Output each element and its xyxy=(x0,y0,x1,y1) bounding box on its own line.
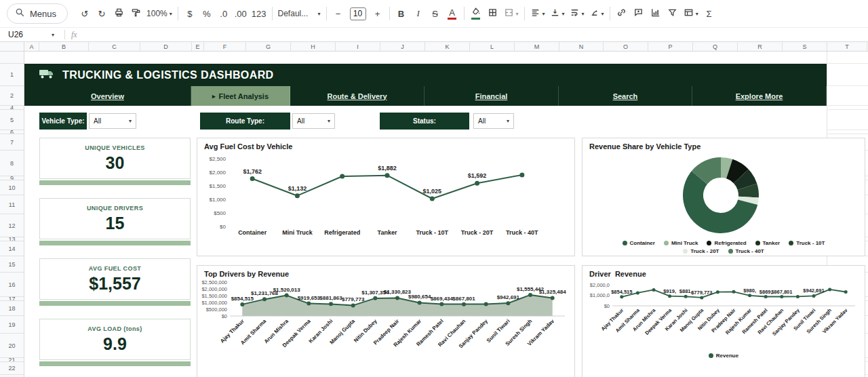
row-header-15[interactable]: 15 xyxy=(0,256,24,273)
svg-text:$980,654: $980,654 xyxy=(408,294,431,300)
insert-link-button[interactable] xyxy=(614,5,630,22)
row-header-22[interactable]: 22 xyxy=(0,362,24,375)
text-rotation-button[interactable]: ▾ xyxy=(587,5,606,22)
row-header-18[interactable]: 18 xyxy=(0,301,24,316)
row-header-1[interactable]: 1 xyxy=(0,64,24,86)
kpi-avg-fuel-cost: AVG FUEL COST$1,557 xyxy=(39,258,191,306)
row-header-14[interactable]: 14 xyxy=(0,241,24,256)
create-filter-button[interactable] xyxy=(665,5,681,22)
zoom-select[interactable]: 100%▾ xyxy=(144,5,174,22)
insert-comment-button[interactable] xyxy=(631,5,647,22)
print-button[interactable] xyxy=(111,5,127,22)
column-header-E[interactable]: E xyxy=(192,42,204,51)
cell-reference: U26 xyxy=(8,30,23,39)
legend-item: Truck - 20T xyxy=(683,248,719,254)
insert-chart-button[interactable] xyxy=(648,5,664,22)
route-type-dropdown[interactable]: All▾ xyxy=(292,113,335,129)
column-header-G[interactable]: G xyxy=(246,42,291,51)
svg-text:$881,863: $881,863 xyxy=(319,295,342,301)
menus-button[interactable]: Menus xyxy=(7,3,68,24)
bold-button[interactable]: B xyxy=(393,5,410,22)
column-header-O[interactable]: O xyxy=(604,42,648,51)
tab-fleet-analysis[interactable]: ▸Fleet Analysis xyxy=(191,86,290,106)
column-header-L[interactable]: L xyxy=(470,42,515,51)
tab-explore-more[interactable]: Explore More xyxy=(692,86,827,106)
svg-text:$1,882: $1,882 xyxy=(378,165,397,172)
column-header-N[interactable]: N xyxy=(559,42,604,51)
decrease-decimals-button[interactable]: .0 xyxy=(216,5,232,22)
legend-item: Revenue xyxy=(709,353,738,359)
svg-text:$0: $0 xyxy=(604,303,610,309)
vehicle-type-dropdown[interactable]: All▾ xyxy=(89,113,136,129)
column-header-I[interactable]: I xyxy=(336,42,380,51)
row-header-16[interactable]: 16 xyxy=(0,273,24,297)
row-header-5[interactable]: 5 xyxy=(0,110,24,130)
strikethrough-button[interactable]: S xyxy=(427,5,443,22)
row-header-19[interactable]: 19 xyxy=(0,316,24,334)
redo-button[interactable]: ↻ xyxy=(94,5,110,22)
column-header-D[interactable]: D xyxy=(140,42,192,51)
column-header-C[interactable]: C xyxy=(89,42,140,51)
column-header-Q[interactable]: Q xyxy=(693,42,738,51)
column-header-B[interactable]: B xyxy=(39,42,89,51)
chart-canvas xyxy=(583,151,865,241)
vertical-align-button[interactable]: ▾ xyxy=(548,5,567,22)
row-header-12[interactable]: 12 xyxy=(0,214,24,237)
merge-cells-button[interactable]: ▾ xyxy=(502,5,521,22)
borders-button[interactable] xyxy=(485,5,501,22)
text-wrap-button[interactable]: ▾ xyxy=(568,5,587,22)
status-dropdown[interactable]: All▾ xyxy=(473,113,514,129)
tab-search[interactable]: Search xyxy=(559,86,692,106)
gridline xyxy=(827,130,868,130)
column-header-F[interactable]: F xyxy=(204,42,246,51)
paint-format-button[interactable] xyxy=(127,5,144,22)
tab-overview[interactable]: Overview xyxy=(24,86,191,106)
chart-avg-fuel-cost-by-vehicle[interactable]: Avg Fuel Cost by Vehicle $2,500$2,000$1,… xyxy=(197,138,575,256)
chart-revenue-share-by-vehicle-type[interactable]: Revenue Share by Vehicle Type ContainerM… xyxy=(582,138,865,256)
row-header-8[interactable]: 8 xyxy=(0,151,24,176)
svg-text:$2,000: $2,000 xyxy=(210,170,226,176)
font-size-input[interactable]: 10 xyxy=(350,7,366,20)
legend-label: Revenue xyxy=(716,353,738,359)
tab-financial[interactable]: Financial xyxy=(425,86,559,106)
functions-button[interactable]: Σ xyxy=(701,5,717,22)
column-header-T[interactable]: T xyxy=(827,42,867,51)
column-header-J[interactable]: J xyxy=(380,42,425,51)
column-header-M[interactable]: M xyxy=(515,42,559,51)
text-color-button[interactable]: A xyxy=(444,5,460,22)
column-header-P[interactable]: P xyxy=(648,42,693,51)
select-all-corner[interactable] xyxy=(0,42,24,51)
column-header-A[interactable]: A xyxy=(24,42,39,51)
column-header-K[interactable]: K xyxy=(425,42,470,51)
tab-route-delivery[interactable]: Route & Delivery xyxy=(290,86,425,106)
row-header-20[interactable]: 20 xyxy=(0,334,24,358)
font-select[interactable]: Defaul...▾ xyxy=(276,5,323,22)
column-header-R[interactable]: R xyxy=(738,42,783,51)
italic-button[interactable]: I xyxy=(410,5,427,22)
column-header-H[interactable]: H xyxy=(291,42,336,51)
chart-driver-revenue[interactable]: Driver Revenue $2,000,0$1,000,0$0$854,51… xyxy=(582,265,865,377)
increase-decimals-button[interactable]: .00 xyxy=(233,5,249,22)
row-header-10[interactable]: 10 xyxy=(0,180,24,195)
legend-dot-icon xyxy=(728,249,733,254)
column-header-S[interactable]: S xyxy=(783,42,827,51)
horizontal-align-button[interactable]: ▾ xyxy=(528,5,547,22)
fill-color-button[interactable] xyxy=(468,5,484,22)
increase-font-size-button[interactable]: + xyxy=(370,5,386,22)
name-box[interactable]: U26 ▾ xyxy=(4,30,58,39)
table-views-button[interactable]: ▾ xyxy=(682,5,701,22)
row-header-hidden[interactable] xyxy=(0,52,24,64)
decrease-font-size-button[interactable]: − xyxy=(330,5,347,22)
undo-button[interactable]: ↺ xyxy=(77,5,93,22)
svg-text:Truck - 10T: Truck - 10T xyxy=(416,229,449,236)
comment-icon xyxy=(633,7,644,20)
number-format-button[interactable]: 123 xyxy=(250,5,269,22)
legend-item: Container xyxy=(623,240,655,246)
row-header-11[interactable]: 11 xyxy=(0,195,24,214)
row-header-2[interactable]: 2 xyxy=(0,86,24,106)
currency-format-button[interactable]: $ xyxy=(182,5,198,22)
chart-top-drivers-by-revenue[interactable]: Top Drivers by Revenue $2,500,000$2,000,… xyxy=(197,265,575,377)
percent-format-button[interactable]: % xyxy=(199,5,215,22)
dropdown-arrow-icon: ▾ xyxy=(562,11,565,17)
row-header-7[interactable]: 7 xyxy=(0,134,24,151)
